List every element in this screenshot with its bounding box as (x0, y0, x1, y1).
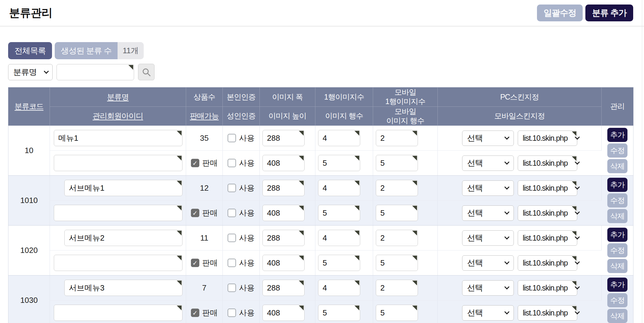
chevron-down-icon (504, 135, 509, 140)
mobile-skin-file-select[interactable]: list.10.skin.php (518, 305, 577, 321)
pc-skin-select[interactable]: 선택 (462, 180, 514, 196)
row-add-button[interactable]: 추가 (607, 278, 627, 292)
row-delete-button[interactable]: 삭제 (607, 209, 627, 223)
add-category-button[interactable]: 분류 추가 (585, 5, 633, 21)
mobile-image-rows-input[interactable] (376, 155, 418, 171)
bulk-edit-button[interactable]: 일괄수정 (537, 5, 583, 21)
adult-verify-checkbox[interactable] (228, 309, 236, 317)
mobile-image-rows-field (376, 305, 418, 321)
pc-skin-select[interactable]: 선택 (462, 131, 514, 146)
created-count-label: 생성된 분류 수 (55, 42, 118, 59)
row-add-button[interactable]: 추가 (607, 228, 627, 242)
sellable-checkbox[interactable] (191, 309, 199, 317)
sellable-checkbox[interactable] (191, 209, 199, 217)
row-add-button[interactable]: 추가 (607, 128, 627, 142)
image-rows-input[interactable] (318, 205, 360, 221)
adult-verify-checkbox[interactable] (228, 159, 236, 167)
identity-verify-cell: 사용 (223, 226, 260, 251)
mobile-image-rows-input[interactable] (376, 305, 418, 321)
image-rows-input[interactable] (318, 305, 360, 321)
mobile-skin-file-select[interactable]: list.10.skin.php (518, 255, 577, 271)
admin-id-input[interactable] (54, 305, 182, 321)
image-height-input[interactable] (262, 155, 305, 171)
mobile-skin-select[interactable]: 선택 (462, 155, 514, 171)
row-edit-button[interactable]: 수정 (607, 293, 627, 307)
mobile-row-images-input[interactable] (376, 230, 418, 246)
row-edit-button[interactable]: 수정 (607, 143, 627, 158)
mobile-skin-select[interactable]: 선택 (462, 205, 514, 221)
row-images-input[interactable] (318, 180, 360, 196)
adult-verify-checkbox[interactable] (228, 259, 236, 267)
mobile-row-images-input[interactable] (376, 180, 418, 196)
category-name-input[interactable] (64, 230, 182, 246)
identity-verify-cell: 사용 (223, 126, 260, 151)
image-height-input[interactable] (262, 255, 305, 271)
image-height-input[interactable] (262, 305, 305, 321)
admin-id-input[interactable] (54, 205, 182, 221)
tab-all-list[interactable]: 전체목록 (8, 42, 52, 59)
sort-admin-id-link[interactable]: 관리회원아이디 (93, 112, 143, 120)
mobile-skin-select[interactable]: 선택 (462, 305, 514, 321)
pc-skin-file-select[interactable]: list.10.skin.php (518, 230, 577, 246)
row-images-input[interactable] (318, 280, 360, 296)
identity-verify-checkbox[interactable] (228, 134, 236, 142)
mobile-skin-cell: 선택 list.10.skin.php (438, 300, 602, 323)
row-images-input[interactable] (318, 130, 360, 146)
pc-skin-file-select[interactable]: list.10.skin.php (518, 280, 577, 296)
adult-verify-checkbox[interactable] (228, 209, 236, 217)
image-height-input[interactable] (262, 205, 305, 221)
row-edit-button[interactable]: 수정 (607, 193, 627, 208)
sort-name-link[interactable]: 분류명 (107, 93, 129, 101)
row-delete-button[interactable]: 삭제 (607, 259, 627, 273)
mobile-skin-select[interactable]: 선택 (462, 255, 514, 271)
row-add-button[interactable]: 추가 (607, 178, 627, 192)
content: 전체목록 생성된 분류 수 11개 분류명 분류코드 (0, 42, 644, 323)
search-type-select[interactable]: 분류명 (8, 64, 53, 80)
chevron-down-icon (504, 285, 509, 290)
search-input[interactable] (57, 64, 134, 80)
row-images-input[interactable] (318, 230, 360, 246)
mobile-row-images-input[interactable] (376, 130, 418, 146)
pc-skin-select[interactable]: 선택 (462, 230, 514, 246)
tab-created-count[interactable]: 생성된 분류 수 11개 (55, 42, 144, 59)
category-name-input[interactable] (64, 280, 182, 296)
mobile-image-rows-input[interactable] (376, 255, 418, 271)
header-pc-skin: PC스킨지정 (438, 88, 602, 107)
adult-verify-cell: 사용 (223, 300, 260, 323)
row-edit-button[interactable]: 수정 (607, 243, 627, 257)
pc-skin-select[interactable]: 선택 (462, 280, 514, 296)
sellable-cell: 판매 (186, 251, 223, 275)
mobile-row-images-input[interactable] (376, 280, 418, 296)
mobile-skin-file-select[interactable]: list.10.skin.php (518, 205, 577, 221)
identity-verify-checkbox[interactable] (228, 234, 236, 242)
sort-sellable-link[interactable]: 판매가능 (190, 112, 219, 120)
mobile-image-rows-field (376, 205, 418, 221)
table-row: 1030 7 사용 (8, 275, 633, 300)
mobile-skin-file-select[interactable]: list.10.skin.php (518, 155, 577, 171)
category-name-input[interactable] (64, 180, 182, 196)
mobile-image-rows-input[interactable] (376, 205, 418, 221)
admin-id-input[interactable] (54, 255, 182, 271)
image-width-input[interactable] (262, 180, 305, 196)
image-width-input[interactable] (262, 130, 305, 146)
row-images-field (318, 280, 360, 296)
search-button[interactable] (138, 64, 155, 80)
identity-verify-checkbox[interactable] (228, 184, 236, 192)
sort-code-link[interactable]: 분류코드 (15, 102, 44, 110)
admin-id-input[interactable] (54, 155, 182, 171)
image-width-input[interactable] (262, 230, 305, 246)
row-delete-button[interactable]: 삭제 (607, 159, 627, 173)
adult-verify-cell: 사용 (223, 151, 260, 176)
image-width-input[interactable] (262, 280, 305, 296)
identity-verify-checkbox[interactable] (228, 284, 236, 292)
image-rows-input[interactable] (318, 255, 360, 271)
image-rows-input[interactable] (318, 155, 360, 171)
row-delete-button[interactable]: 삭제 (607, 309, 627, 323)
pc-skin-file-select[interactable]: list.10.skin.php (518, 180, 577, 196)
category-name-input[interactable] (54, 130, 182, 146)
sellable-checkbox[interactable] (191, 159, 199, 167)
category-name-cell (50, 275, 186, 300)
pc-skin-file-select[interactable]: list.10.skin.php (518, 131, 577, 146)
chevron-down-icon (504, 309, 509, 315)
sellable-checkbox[interactable] (191, 259, 199, 267)
